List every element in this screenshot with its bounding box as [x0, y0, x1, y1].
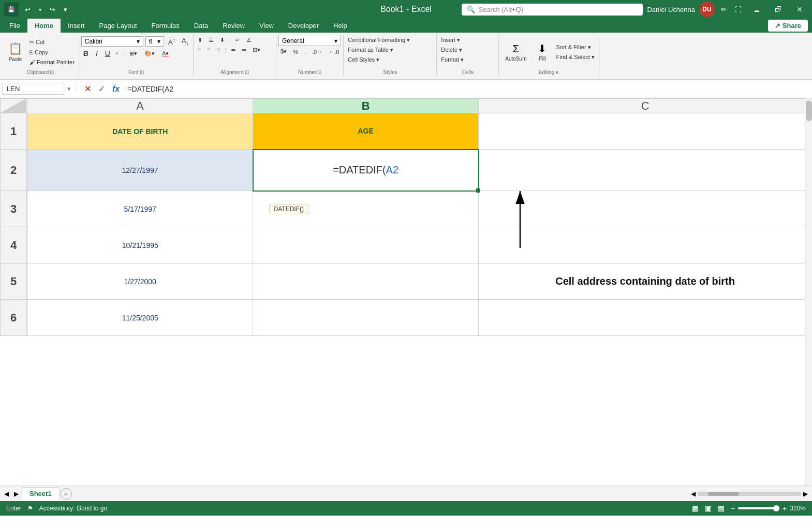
percent-button[interactable]: % [291, 48, 300, 56]
zoom-slider-track[interactable] [738, 507, 779, 509]
scrollbar-thumb[interactable] [806, 100, 812, 121]
prev-sheet-button[interactable]: ◀ [2, 490, 11, 497]
scroll-right-button[interactable]: ▶ [803, 490, 808, 497]
tab-formulas[interactable]: Formulas [144, 19, 187, 33]
cell-b1[interactable]: AGE [253, 113, 479, 150]
cell-a6[interactable]: 11/25/2005 [27, 300, 253, 336]
tab-view[interactable]: View [252, 19, 281, 33]
search-box[interactable]: 🔍 Search (Alt+Q) [462, 4, 643, 16]
pen-icon[interactable]: ✏ [719, 5, 729, 14]
format-painter-button[interactable]: 🖌 Format Painter [27, 58, 77, 66]
cell-a4[interactable]: 10/21/1995 [27, 227, 253, 263]
copy-button[interactable]: ⎘ Copy [27, 48, 77, 56]
format-as-table-button[interactable]: Format as Table ▾ [346, 46, 434, 54]
sort-filter-button[interactable]: Sort & Filter ▾ [554, 43, 596, 52]
undo-dropdown[interactable]: ▾ [37, 6, 43, 13]
cell-c1[interactable] [479, 113, 812, 150]
user-avatar[interactable]: DU [699, 2, 715, 17]
confirm-formula-button[interactable]: ✓ [96, 83, 108, 95]
tab-developer[interactable]: Developer [281, 19, 326, 33]
cell-b6[interactable] [253, 300, 479, 336]
fill-button[interactable]: ⬇ Fill [534, 40, 551, 64]
scroll-left-button[interactable]: ◀ [691, 490, 696, 497]
cell-c5[interactable]: Cell address containing date of birth [479, 263, 812, 300]
tab-home[interactable]: Home [27, 19, 61, 33]
cell-a3[interactable]: 5/17/1997 [27, 191, 253, 227]
cell-b5[interactable] [253, 263, 479, 300]
next-sheet-button[interactable]: ▶ [12, 490, 21, 497]
delete-button[interactable]: Delete ▾ [439, 46, 496, 54]
fill-color-button[interactable]: 🎨▾ [142, 49, 157, 58]
indent-dec-button[interactable]: ⬅ [229, 46, 238, 54]
fullscreen-icon[interactable]: ⛶ [733, 5, 744, 14]
align-right-button[interactable]: ≡ [215, 46, 222, 54]
font-expander[interactable]: ⊡ [140, 69, 144, 75]
col-header-a[interactable]: A [27, 99, 253, 113]
zoom-in-button[interactable]: + [783, 504, 787, 512]
share-button[interactable]: ↗ Share [768, 20, 808, 32]
tab-review[interactable]: Review [215, 19, 252, 33]
tab-page-layout[interactable]: Page Layout [92, 19, 144, 33]
font-size-dropdown[interactable]: 6▾ [145, 36, 164, 47]
cell-b2[interactable]: =DATEDIF(A2 DATEDIF() [253, 150, 479, 191]
name-box-dropdown[interactable]: ▾ [66, 85, 72, 93]
col-header-c[interactable]: C [479, 99, 812, 113]
customize-qat-button[interactable]: ▾ [62, 5, 69, 14]
conditional-formatting-button[interactable]: Conditional Formatting ▾ [346, 36, 434, 45]
cell-c2[interactable] [479, 150, 812, 191]
borders-button[interactable]: ⊞▾ [127, 49, 139, 58]
top-align-button[interactable]: ⬆ [196, 36, 204, 45]
increase-font-button[interactable]: A↑ [166, 36, 178, 47]
italic-button[interactable]: I [94, 48, 100, 58]
font-name-dropdown[interactable]: Calibri▾ [81, 36, 143, 47]
cell-c6[interactable] [479, 300, 812, 336]
restore-button[interactable]: 🗗 [770, 5, 787, 13]
font-color-button[interactable]: A▾ [160, 49, 171, 58]
tab-help[interactable]: Help [326, 19, 355, 33]
page-break-view-button[interactable]: ▤ [718, 504, 725, 512]
wrap-text-button[interactable]: ↵ [233, 36, 242, 45]
cell-resize-handle[interactable] [476, 188, 480, 193]
cell-a2[interactable]: 12/27/1997 [27, 150, 253, 191]
sheet-tab-sheet1[interactable]: Sheet1 [22, 487, 60, 501]
currency-button[interactable]: $▾ [278, 47, 289, 56]
paste-button[interactable]: 📋 Paste [4, 40, 26, 64]
merge-button[interactable]: ⊞▾ [250, 46, 262, 54]
middle-align-button[interactable]: ☰ [206, 36, 216, 45]
dec-decimal-button[interactable]: ←.0 [327, 48, 341, 56]
name-box[interactable] [2, 83, 64, 95]
clipboard-expander[interactable]: ⊡ [50, 69, 54, 75]
underline-button[interactable]: U [103, 48, 112, 58]
format-button[interactable]: Format ▾ [439, 55, 496, 64]
h-scrollbar-thumb[interactable] [708, 492, 739, 496]
bold-button[interactable]: B [81, 48, 91, 58]
close-button[interactable]: ✕ [791, 5, 808, 13]
indent-inc-button[interactable]: ➡ [240, 46, 248, 54]
decrease-font-button[interactable]: A↓ [180, 36, 191, 47]
editing-collapse[interactable]: ∧ [555, 69, 559, 75]
col-header-b[interactable]: B [253, 99, 479, 113]
find-select-button[interactable]: Find & Select ▾ [554, 53, 596, 62]
vertical-scrollbar[interactable] [805, 98, 812, 486]
orientation-button[interactable]: ∠ [244, 36, 254, 45]
page-layout-view-button[interactable]: ▣ [705, 504, 712, 512]
tab-file[interactable]: File [2, 19, 27, 33]
zoom-slider-thumb[interactable] [773, 505, 779, 511]
autosum-button[interactable]: Σ AutoSum [501, 41, 530, 64]
add-sheet-button[interactable]: + [61, 488, 72, 500]
cell-styles-button[interactable]: Cell Styles ▾ [346, 55, 434, 64]
align-left-button[interactable]: ≡ [196, 46, 203, 54]
h-scrollbar-track[interactable] [698, 492, 801, 496]
horizontal-scrollbar[interactable]: ◀ ▶ [691, 490, 808, 497]
cancel-formula-button[interactable]: ✕ [82, 83, 94, 95]
cell-a1[interactable]: DATE OF BIRTH [27, 113, 253, 150]
insert-button[interactable]: Insert ▾ [439, 36, 496, 45]
formula-input[interactable] [124, 85, 810, 93]
inc-decimal-button[interactable]: .0→ [310, 48, 324, 56]
insert-function-button[interactable]: fx [110, 83, 122, 95]
select-all-button[interactable] [1, 99, 27, 113]
minimize-button[interactable]: 🗕 [748, 5, 765, 13]
normal-view-button[interactable]: ▦ [692, 504, 699, 512]
number-expander[interactable]: ⊡ [317, 69, 321, 75]
align-center-button[interactable]: ≡ [205, 46, 212, 54]
